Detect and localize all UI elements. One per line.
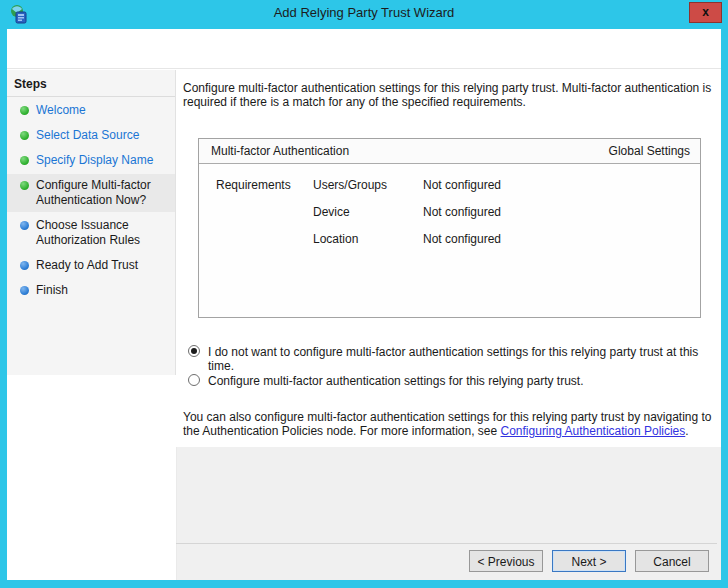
title-bar: Add Relying Party Trust Wizard x bbox=[0, 0, 728, 29]
step-label[interactable]: Specify Display Name bbox=[36, 153, 153, 168]
step-welcome[interactable]: Welcome bbox=[7, 99, 175, 122]
radio-option-skip-mfa[interactable]: I do not want to configure multi-factor … bbox=[188, 345, 721, 373]
step-completed-icon bbox=[20, 156, 29, 165]
requirement-name: Device bbox=[313, 205, 423, 219]
step-select-data-source[interactable]: Select Data Source bbox=[7, 124, 175, 147]
step-label[interactable]: Welcome bbox=[36, 103, 86, 118]
step-finish: Finish bbox=[7, 279, 175, 302]
step-label: Finish bbox=[36, 283, 68, 298]
radio-option-configure-mfa[interactable]: Configure multi-factor authentication se… bbox=[188, 374, 584, 388]
step-specify-display-name[interactable]: Specify Display Name bbox=[7, 149, 175, 172]
cancel-button[interactable]: Cancel bbox=[635, 550, 709, 572]
requirement-name: Location bbox=[313, 232, 423, 246]
step-completed-icon bbox=[20, 131, 29, 140]
radio-unselected-icon[interactable] bbox=[188, 374, 200, 386]
step-pending-icon bbox=[20, 261, 29, 270]
page-description: Configure multi-factor authentication se… bbox=[183, 81, 715, 109]
steps-sidebar: Steps Welcome Select Data Source Specify… bbox=[7, 70, 176, 375]
footer-separator bbox=[176, 543, 717, 544]
step-current-icon bbox=[20, 181, 29, 190]
mfa-settings-panel: Multi-factor Authentication Global Setti… bbox=[198, 138, 701, 318]
requirements-table: Users/Groups Not configured Device Not c… bbox=[313, 178, 501, 246]
radio-label[interactable]: I do not want to configure multi-factor … bbox=[208, 345, 721, 373]
requirement-name: Users/Groups bbox=[313, 178, 423, 192]
footnote-text: You can also configure multi-factor auth… bbox=[183, 410, 723, 438]
add-relying-party-trust-wizard-window: { "window": { "title": "Add Relying Part… bbox=[0, 0, 728, 588]
radio-selected-icon[interactable] bbox=[188, 345, 200, 357]
mfa-panel-body: Requirements Users/Groups Not configured… bbox=[199, 164, 700, 246]
requirement-value: Not configured bbox=[423, 205, 501, 219]
step-label[interactable]: Select Data Source bbox=[36, 128, 139, 143]
wizard-header-banner bbox=[7, 29, 721, 69]
global-settings-label: Global Settings bbox=[609, 144, 690, 158]
wizard-buttons: < Previous Next > Cancel bbox=[469, 550, 709, 572]
mfa-panel-title: Multi-factor Authentication bbox=[211, 144, 349, 158]
radio-label[interactable]: Configure multi-factor authentication se… bbox=[208, 374, 584, 388]
step-ready-to-add-trust: Ready to Add Trust bbox=[7, 254, 175, 277]
close-button[interactable]: x bbox=[689, 2, 722, 23]
step-pending-icon bbox=[20, 221, 29, 230]
step-choose-issuance-authorization-rules: Choose Issuance Authorization Rules bbox=[7, 214, 175, 252]
step-configure-mfa-now[interactable]: Configure Multi-factor Authentication No… bbox=[7, 174, 175, 212]
requirement-value: Not configured bbox=[423, 232, 501, 246]
step-pending-icon bbox=[20, 286, 29, 295]
previous-button[interactable]: < Previous bbox=[469, 550, 543, 572]
steps-header: Steps bbox=[7, 70, 175, 97]
requirement-value: Not configured bbox=[423, 178, 501, 192]
step-label: Choose Issuance Authorization Rules bbox=[36, 218, 171, 248]
mfa-panel-header: Multi-factor Authentication Global Setti… bbox=[199, 139, 700, 164]
window-body: Steps Welcome Select Data Source Specify… bbox=[7, 29, 721, 580]
configuring-authentication-policies-link[interactable]: Configuring Authentication Policies bbox=[501, 424, 686, 438]
footnote-after: . bbox=[685, 424, 688, 438]
step-label: Configure Multi-factor Authentication No… bbox=[36, 178, 171, 208]
next-button[interactable]: Next > bbox=[552, 550, 626, 572]
requirements-label: Requirements bbox=[216, 178, 313, 246]
step-completed-icon bbox=[20, 106, 29, 115]
step-label: Ready to Add Trust bbox=[36, 258, 138, 273]
window-title: Add Relying Party Trust Wizard bbox=[0, 0, 728, 26]
